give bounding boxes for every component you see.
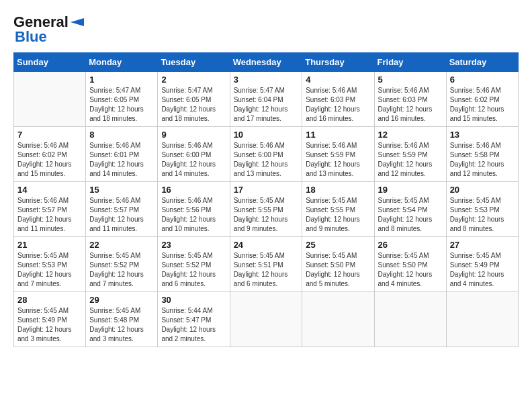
weekday-header-tuesday: Tuesday [158,53,230,72]
calendar-table: SundayMondayTuesdayWednesdayThursdayFrid… [13,52,519,347]
day-number: 29 [89,295,154,305]
logo-bird-icon [69,16,84,28]
day-number: 24 [234,240,299,250]
calendar-day-15: 15Sunrise: 5:46 AM Sunset: 5:57 PM Dayli… [86,182,158,237]
calendar-day-29: 29Sunrise: 5:45 AM Sunset: 5:48 PM Dayli… [86,292,158,347]
calendar-day-27: 27Sunrise: 5:45 AM Sunset: 5:49 PM Dayli… [446,237,518,292]
calendar-day-3: 3Sunrise: 5:47 AM Sunset: 6:04 PM Daylig… [230,72,302,127]
day-number: 2 [161,75,226,85]
day-number: 7 [17,130,82,140]
day-number: 11 [306,130,370,140]
calendar-day-26: 26Sunrise: 5:45 AM Sunset: 5:50 PM Dayli… [374,237,446,292]
day-number: 10 [234,130,299,140]
logo: General Blue [13,13,85,46]
day-info: Sunrise: 5:46 AM Sunset: 6:01 PM Dayligh… [89,141,154,179]
day-number: 5 [378,75,443,85]
day-number: 27 [450,240,515,250]
calendar-day-25: 25Sunrise: 5:45 AM Sunset: 5:50 PM Dayli… [302,237,374,292]
calendar-day-2: 2Sunrise: 5:47 AM Sunset: 6:05 PM Daylig… [158,72,230,127]
calendar-empty-cell [446,292,518,347]
day-info: Sunrise: 5:46 AM Sunset: 5:59 PM Dayligh… [306,141,370,179]
calendar-day-5: 5Sunrise: 5:46 AM Sunset: 6:03 PM Daylig… [374,72,446,127]
day-info: Sunrise: 5:46 AM Sunset: 5:56 PM Dayligh… [161,196,226,234]
day-info: Sunrise: 5:46 AM Sunset: 5:57 PM Dayligh… [89,196,154,234]
weekday-header-friday: Friday [374,53,446,72]
calendar-day-13: 13Sunrise: 5:46 AM Sunset: 5:58 PM Dayli… [446,127,518,182]
day-info: Sunrise: 5:46 AM Sunset: 6:00 PM Dayligh… [234,141,299,179]
day-number: 9 [161,130,226,140]
calendar-day-16: 16Sunrise: 5:46 AM Sunset: 5:56 PM Dayli… [158,182,230,237]
day-number: 21 [17,240,82,250]
calendar-day-11: 11Sunrise: 5:46 AM Sunset: 5:59 PM Dayli… [302,127,374,182]
calendar-day-17: 17Sunrise: 5:45 AM Sunset: 5:55 PM Dayli… [230,182,302,237]
logo-blue: Blue [15,28,47,46]
day-number: 14 [17,185,82,195]
day-info: Sunrise: 5:45 AM Sunset: 5:55 PM Dayligh… [306,196,370,234]
calendar-day-20: 20Sunrise: 5:45 AM Sunset: 5:53 PM Dayli… [446,182,518,237]
day-info: Sunrise: 5:45 AM Sunset: 5:55 PM Dayligh… [234,196,299,234]
calendar-day-22: 22Sunrise: 5:45 AM Sunset: 5:52 PM Dayli… [86,237,158,292]
weekday-header-monday: Monday [86,53,158,72]
day-info: Sunrise: 5:45 AM Sunset: 5:49 PM Dayligh… [450,251,515,289]
calendar-week-row: 28Sunrise: 5:45 AM Sunset: 5:49 PM Dayli… [14,292,519,347]
weekday-header-wednesday: Wednesday [230,53,302,72]
calendar-day-1: 1Sunrise: 5:47 AM Sunset: 6:05 PM Daylig… [86,72,158,127]
day-number: 15 [89,185,154,195]
svg-marker-0 [71,18,84,26]
day-number: 12 [378,130,443,140]
day-number: 1 [89,75,154,85]
calendar-empty-cell [230,292,302,347]
calendar-day-9: 9Sunrise: 5:46 AM Sunset: 6:00 PM Daylig… [158,127,230,182]
day-info: Sunrise: 5:45 AM Sunset: 5:53 PM Dayligh… [17,251,82,289]
day-info: Sunrise: 5:46 AM Sunset: 6:03 PM Dayligh… [378,86,443,124]
day-number: 6 [450,75,515,85]
day-info: Sunrise: 5:45 AM Sunset: 5:53 PM Dayligh… [450,196,515,234]
day-number: 4 [306,75,370,85]
day-info: Sunrise: 5:47 AM Sunset: 6:05 PM Dayligh… [161,86,226,124]
calendar-day-4: 4Sunrise: 5:46 AM Sunset: 6:03 PM Daylig… [302,72,374,127]
weekday-header-thursday: Thursday [302,53,374,72]
calendar-day-24: 24Sunrise: 5:45 AM Sunset: 5:51 PM Dayli… [230,237,302,292]
weekday-header-row: SundayMondayTuesdayWednesdayThursdayFrid… [14,53,519,72]
day-number: 18 [306,185,370,195]
calendar-week-row: 21Sunrise: 5:45 AM Sunset: 5:53 PM Dayli… [14,237,519,292]
day-info: Sunrise: 5:47 AM Sunset: 6:05 PM Dayligh… [89,86,154,124]
day-number: 19 [378,185,443,195]
day-info: Sunrise: 5:46 AM Sunset: 5:57 PM Dayligh… [17,196,82,234]
day-info: Sunrise: 5:46 AM Sunset: 5:59 PM Dayligh… [378,141,443,179]
calendar-day-10: 10Sunrise: 5:46 AM Sunset: 6:00 PM Dayli… [230,127,302,182]
day-info: Sunrise: 5:45 AM Sunset: 5:49 PM Dayligh… [17,306,82,344]
day-number: 22 [89,240,154,250]
weekday-header-sunday: Sunday [14,53,86,72]
calendar-week-row: 7Sunrise: 5:46 AM Sunset: 6:02 PM Daylig… [14,127,519,182]
day-info: Sunrise: 5:45 AM Sunset: 5:50 PM Dayligh… [306,251,370,289]
day-number: 23 [161,240,226,250]
calendar-day-21: 21Sunrise: 5:45 AM Sunset: 5:53 PM Dayli… [14,237,86,292]
calendar-day-18: 18Sunrise: 5:45 AM Sunset: 5:55 PM Dayli… [302,182,374,237]
calendar-day-30: 30Sunrise: 5:44 AM Sunset: 5:47 PM Dayli… [158,292,230,347]
day-info: Sunrise: 5:45 AM Sunset: 5:54 PM Dayligh… [378,196,443,234]
day-number: 20 [450,185,515,195]
day-number: 30 [161,295,226,305]
day-info: Sunrise: 5:45 AM Sunset: 5:52 PM Dayligh… [161,251,226,289]
calendar-day-12: 12Sunrise: 5:46 AM Sunset: 5:59 PM Dayli… [374,127,446,182]
day-info: Sunrise: 5:47 AM Sunset: 6:04 PM Dayligh… [234,86,299,124]
day-info: Sunrise: 5:45 AM Sunset: 5:52 PM Dayligh… [89,251,154,289]
weekday-header-saturday: Saturday [446,53,518,72]
calendar-day-6: 6Sunrise: 5:46 AM Sunset: 6:02 PM Daylig… [446,72,518,127]
day-info: Sunrise: 5:44 AM Sunset: 5:47 PM Dayligh… [161,306,226,344]
page-header: General Blue [13,13,519,46]
day-info: Sunrise: 5:46 AM Sunset: 6:00 PM Dayligh… [161,141,226,179]
day-info: Sunrise: 5:46 AM Sunset: 6:02 PM Dayligh… [450,86,515,124]
day-info: Sunrise: 5:45 AM Sunset: 5:50 PM Dayligh… [378,251,443,289]
calendar-day-7: 7Sunrise: 5:46 AM Sunset: 6:02 PM Daylig… [14,127,86,182]
day-number: 13 [450,130,515,140]
day-info: Sunrise: 5:45 AM Sunset: 5:51 PM Dayligh… [234,251,299,289]
day-info: Sunrise: 5:45 AM Sunset: 5:48 PM Dayligh… [89,306,154,344]
calendar-day-23: 23Sunrise: 5:45 AM Sunset: 5:52 PM Dayli… [158,237,230,292]
day-number: 17 [234,185,299,195]
calendar-week-row: 1Sunrise: 5:47 AM Sunset: 6:05 PM Daylig… [14,72,519,127]
calendar-empty-cell [14,72,86,127]
calendar-day-14: 14Sunrise: 5:46 AM Sunset: 5:57 PM Dayli… [14,182,86,237]
calendar-week-row: 14Sunrise: 5:46 AM Sunset: 5:57 PM Dayli… [14,182,519,237]
